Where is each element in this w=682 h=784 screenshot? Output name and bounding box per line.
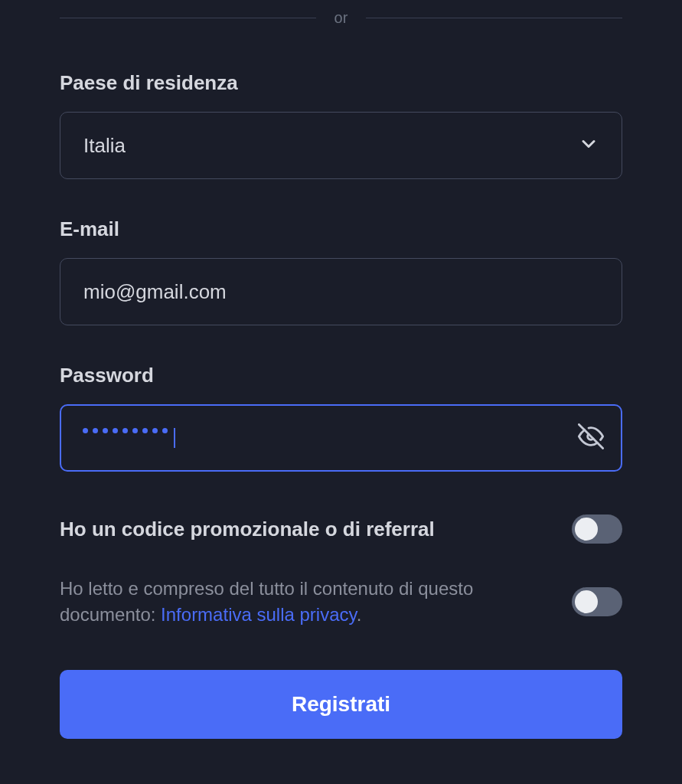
register-button[interactable]: Registrati: [60, 670, 622, 739]
email-group: E-mail: [60, 217, 622, 325]
promo-toggle-knob: [575, 518, 598, 541]
country-group: Paese di residenza Italia: [60, 71, 622, 179]
email-label: E-mail: [60, 217, 622, 241]
password-label: Password: [60, 364, 622, 387]
privacy-toggle-knob: [575, 590, 598, 613]
promo-row: Ho un codice promozionale o di referral: [60, 514, 622, 544]
country-value: Italia: [83, 134, 126, 158]
privacy-toggle[interactable]: [572, 587, 622, 616]
divider-text: or: [334, 9, 348, 27]
email-field[interactable]: [60, 258, 622, 325]
privacy-link[interactable]: Informativa sulla privacy: [161, 604, 357, 625]
password-group: Password: [60, 364, 622, 472]
country-select-wrapper: Italia: [60, 112, 622, 179]
privacy-row: Ho letto e compreso del tutto il contenu…: [60, 576, 622, 627]
eye-off-icon[interactable]: [578, 423, 604, 452]
promo-toggle[interactable]: [572, 514, 622, 544]
divider-line-left: [60, 18, 316, 18]
password-field[interactable]: [60, 404, 622, 472]
privacy-text: Ho letto e compreso del tutto il contenu…: [60, 576, 553, 627]
country-label: Paese di residenza: [60, 71, 622, 95]
password-wrapper: [60, 404, 622, 472]
divider: or: [60, 0, 622, 33]
promo-label: Ho un codice promozionale o di referral: [60, 518, 435, 541]
divider-line-right: [366, 18, 622, 18]
country-select[interactable]: Italia: [60, 112, 622, 179]
privacy-text-after: .: [357, 604, 362, 625]
